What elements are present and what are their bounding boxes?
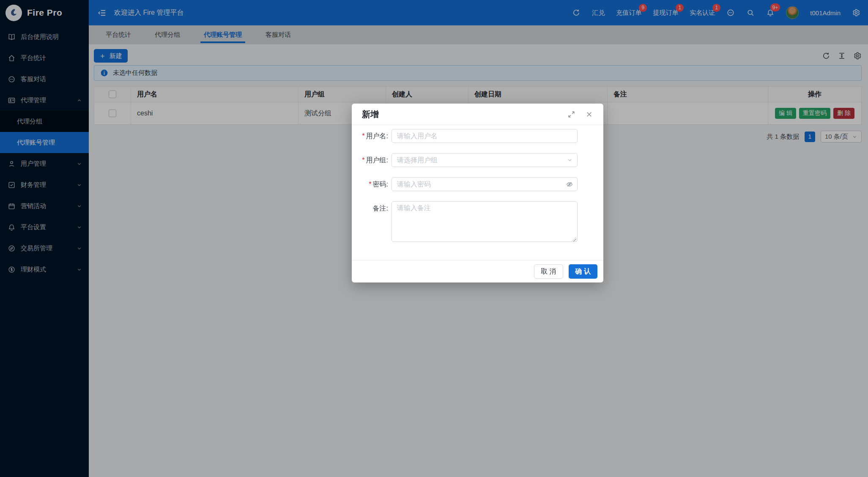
close-icon[interactable] — [585, 110, 593, 118]
eye-invisible-icon[interactable] — [566, 181, 573, 188]
fullscreen-icon[interactable] — [567, 110, 575, 118]
create-modal: 新增 *用户名: *用户组: 请选择用户组 *密码: — [352, 104, 603, 282]
username-label: *用户名: — [352, 129, 392, 143]
password-input[interactable] — [392, 177, 578, 191]
required-mark: * — [369, 181, 371, 188]
modal-header: 新增 — [352, 104, 603, 125]
chevron-down-icon — [567, 157, 573, 163]
username-input[interactable] — [392, 129, 578, 143]
remark-label: 备注: — [352, 201, 392, 215]
modal-form: *用户名: *用户组: 请选择用户组 *密码: 备注: — [352, 125, 603, 260]
required-mark: * — [362, 156, 364, 164]
modal-title: 新增 — [362, 109, 379, 120]
group-select[interactable]: 请选择用户组 — [392, 153, 578, 167]
required-mark: * — [362, 132, 364, 140]
form-row-username: *用户名: — [352, 129, 603, 143]
group-select-placeholder: 请选择用户组 — [392, 154, 577, 167]
group-label: *用户组: — [352, 153, 392, 167]
modal-header-icons — [567, 110, 593, 118]
modal-footer: 取 消 确 认 — [352, 260, 603, 282]
form-row-group: *用户组: 请选择用户组 — [352, 153, 603, 167]
password-label: *密码: — [352, 177, 392, 191]
remark-textarea[interactable] — [392, 201, 578, 242]
form-row-remark: 备注: — [352, 201, 603, 244]
form-row-password: *密码: — [352, 177, 603, 191]
cancel-button[interactable]: 取 消 — [534, 264, 563, 279]
confirm-button[interactable]: 确 认 — [569, 264, 597, 279]
